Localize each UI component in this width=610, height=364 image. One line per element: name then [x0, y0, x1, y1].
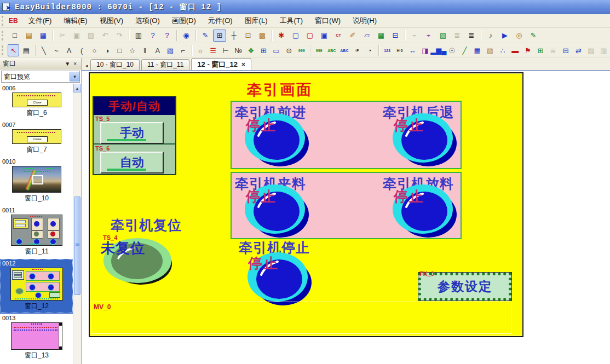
help-icon[interactable]: ?	[146, 30, 159, 42]
picture-icon[interactable]: ▧	[164, 44, 176, 56]
menu-draw[interactable]: 画图(D)	[166, 15, 202, 27]
compile-icon[interactable]: ▢	[289, 30, 302, 42]
find-icon[interactable]: ◉	[180, 30, 193, 42]
context-help-icon[interactable]: ?	[160, 30, 174, 42]
tab-scroll-left-icon[interactable]: ◂	[83, 61, 90, 70]
calendar-icon[interactable]: ⊟	[560, 44, 572, 56]
save-icon[interactable]: ▦	[37, 30, 50, 42]
memo-icon[interactable]: ✎	[527, 30, 540, 42]
new-icon[interactable]: □	[8, 30, 21, 42]
list-item-window-12[interactable]: 0012	[0, 259, 73, 314]
tab-window-10[interactable]: 10 - 窗口_10	[90, 59, 140, 70]
grid-icon[interactable]: ⊞	[213, 30, 226, 42]
thumbnail-window-13[interactable]	[11, 322, 62, 350]
xy-plot-icon[interactable]: ∴	[497, 44, 508, 56]
move-shape-icon[interactable]: ↔	[407, 44, 418, 56]
data-transfer-icon[interactable]: ⇄	[573, 44, 584, 56]
simulate-icon[interactable]: ▣	[318, 30, 331, 42]
backup-disabled-icon[interactable]: ▨	[585, 44, 597, 56]
toggle-switch-icon[interactable]: ⊙	[283, 44, 295, 56]
shape-disabled-icon[interactable]: ≣	[451, 30, 464, 42]
list-item-window-6[interactable]: 0006 Close 窗口_6	[0, 84, 73, 120]
picture-manager-icon[interactable]: ▧	[436, 30, 450, 42]
bit-lamp-icon[interactable]: ☼	[194, 44, 206, 56]
data-sampling-disabled-icon[interactable]: ≣	[548, 44, 559, 56]
set-word-icon[interactable]: №	[233, 44, 244, 56]
window-resize-icon[interactable]: ⊡	[241, 30, 255, 42]
thumbnail-window-12[interactable]	[10, 268, 63, 301]
thumbnail-window-6[interactable]: Close	[12, 93, 61, 107]
list-item-window-11[interactable]: 0011	[0, 206, 73, 259]
schedule-icon[interactable]: ⊞	[535, 44, 546, 56]
meter-icon[interactable]: ☉	[446, 44, 458, 56]
arc-icon[interactable]: (	[76, 44, 88, 56]
ct-icon[interactable]: CT	[332, 30, 345, 42]
menu-tools[interactable]: 工具(T)	[273, 15, 309, 27]
pen-icon[interactable]: ✎	[199, 30, 212, 42]
polyline-icon[interactable]: Λ	[64, 44, 75, 56]
system-settings-icon[interactable]: ✱	[275, 30, 288, 42]
function-key-icon[interactable]: ❖	[245, 44, 257, 56]
window-cascade-icon[interactable]: ▩	[256, 30, 269, 42]
hmi-canvas-window-12[interactable]: 牵引画面 手动/自动 TS_5 手动 TS_6 自动	[89, 72, 523, 337]
trend-display-icon[interactable]: ╱	[459, 44, 470, 56]
rectangle-icon[interactable]: □	[114, 44, 125, 56]
plug-icon[interactable]: ⌁	[422, 30, 435, 42]
state-display-icon[interactable]: H·0	[394, 44, 406, 56]
paste-icon[interactable]: ▨	[84, 30, 97, 42]
scroll-up-icon[interactable]: ▲	[73, 84, 81, 93]
function-f-icon[interactable]: ·F	[351, 44, 362, 56]
import-disabled-icon[interactable]: ▥	[598, 44, 609, 56]
plug-disabled-icon[interactable]: ⌁	[408, 30, 421, 42]
menu-option[interactable]: 选项(O)	[129, 15, 166, 27]
bar-graph-icon[interactable]: ▂▆▄	[432, 44, 445, 56]
tab-window-12[interactable]: 12 - 窗口_12 ×	[191, 58, 251, 70]
print-icon[interactable]: ▥	[132, 30, 145, 42]
menu-library[interactable]: 图库(L)	[239, 15, 274, 27]
pie-icon[interactable]: ◑	[101, 44, 113, 56]
word-lamp-icon[interactable]: ☰	[208, 44, 219, 56]
menu-view[interactable]: 视图(V)	[94, 15, 129, 27]
menu-objects[interactable]: 元件(O)	[202, 15, 239, 27]
curve-icon[interactable]: ~	[51, 44, 62, 56]
cut-icon[interactable]: ✂	[56, 30, 69, 42]
thumbnail-window-11[interactable]	[11, 215, 62, 246]
set-bit-icon[interactable]: ⊢	[220, 44, 232, 56]
copy-icon[interactable]: ▣	[70, 30, 83, 42]
list-item-window-7[interactable]: 0007 Close 窗口_7	[0, 120, 73, 157]
scale-icon[interactable]: ‖	[139, 44, 151, 56]
sound-icon[interactable]: ♪	[484, 30, 497, 42]
tab-window-11[interactable]: 11 - 窗口_11	[141, 59, 189, 70]
numeric-display-icon[interactable]: 999	[313, 44, 325, 56]
menu-help[interactable]: 说明(H)	[347, 15, 383, 27]
ascii-display-icon[interactable]: ABC	[338, 44, 350, 56]
snap-icon[interactable]: ┼	[227, 30, 240, 42]
scrollbar-thumb[interactable]	[74, 197, 80, 295]
properties-icon[interactable]: ▤	[20, 44, 32, 56]
thumbnail-window-7[interactable]: Close	[12, 129, 61, 144]
recipe-table-icon[interactable]: ▦	[375, 30, 388, 42]
macro-icon[interactable]: ✐	[346, 30, 359, 42]
list-item-window-10[interactable]: 0010 窗口_10	[0, 157, 73, 206]
address-tag-icon[interactable]: ▱	[360, 30, 373, 42]
hmi-monitor-icon[interactable]: ⊟	[389, 30, 402, 42]
menu-file[interactable]: 文件(F)	[22, 15, 58, 27]
polygon-icon[interactable]: ☆	[126, 44, 138, 56]
label-library-icon[interactable]: ◎	[513, 30, 526, 42]
list-item-window-13[interactable]: 0013 窗口_13	[0, 314, 73, 363]
panel-menu-icon[interactable]: ▼	[63, 61, 72, 67]
shape-manager-icon[interactable]: ≣	[465, 30, 478, 42]
ascii-input-icon[interactable]: ABC	[326, 44, 337, 56]
download-icon[interactable]: ▢	[303, 30, 316, 42]
ellipse-icon[interactable]: ○	[89, 44, 100, 56]
view-mode-select[interactable]: 窗口预览 ▾	[1, 71, 80, 83]
numeric-input-icon[interactable]: 999	[296, 44, 307, 56]
corner-icon[interactable]: ⌐	[177, 44, 188, 56]
event-display-icon[interactable]: ⚑	[522, 44, 533, 56]
redo-icon[interactable]: ↷	[113, 30, 126, 42]
clock-icon[interactable]: ◔	[364, 44, 376, 56]
media-icon[interactable]: ▶	[498, 30, 511, 42]
panel-close-icon[interactable]: ×	[72, 61, 78, 67]
text-input-icon[interactable]: ▭	[271, 44, 282, 56]
animation-icon[interactable]: ◨	[419, 44, 431, 56]
